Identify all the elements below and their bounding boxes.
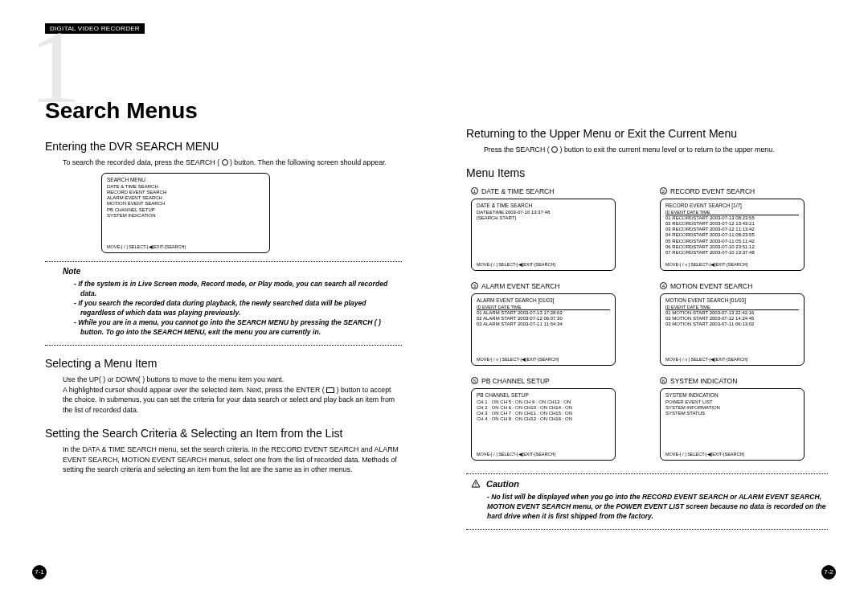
page-spread: DIGITAL VIDEO RECORDER 1 Search Menus En… [0,0,868,594]
selecting-body: Use the UP( ) or DOWN( ) buttons to move… [63,375,402,416]
page-number-right: 7-2 [821,565,836,580]
svg-point-1 [476,485,477,486]
screen-motion-event: MOTION EVENT SEARCH [01/03] ID EVENT DAT… [660,293,805,366]
screen-lines: DATE & TIME SEARCH RECORD EVENT SEARCH A… [107,184,264,219]
screen-system-indication: SYSTEM INDICATION POWER EVENT LIST SYSTE… [660,388,805,461]
cell-record-event: 2RECORD EVENT SEARCH RECORD EVENT SEARCH… [655,184,828,276]
section-setting-criteria: Setting the Search Criteria & Selecting … [45,427,402,440]
caution-body: - No list will be displayed when you go … [487,492,828,521]
num-4-icon: 4 [660,282,667,289]
entering-body: To search the recorded data, press the S… [63,158,402,168]
divider [466,529,828,530]
section-menu-items: Menu Items [466,166,828,179]
divider [466,473,828,474]
num-3-icon: 3 [471,282,478,289]
search-button-icon [551,146,558,153]
warning-icon [471,479,481,489]
chapter-title: Search Menus [45,98,402,124]
cell-alarm-event: 3ALARM EVENT SEARCH ALARM EVENT SEARCH [… [466,279,639,371]
caution-heading: Caution [471,479,828,489]
divider [45,345,402,346]
right-page: Returning to the Upper Menu or Exit the … [434,0,868,594]
num-5-icon: 5 [471,377,478,384]
cell-motion-event: 4MOTION EVENT SEARCH MOTION EVENT SEARCH… [655,279,828,371]
menu-items-grid: 1DATE & TIME SEARCH DATE & TIME SEARCH D… [466,184,828,465]
screen-alarm-event: ALARM EVENT SEARCH [01/03] ID EVENT DATE… [471,293,616,366]
enter-button-icon [326,387,334,393]
search-button-icon [222,159,228,166]
screen-search-menu: SEARCH MENU DATE & TIME SEARCH RECORD EV… [101,173,270,253]
left-page: DIGITAL VIDEO RECORDER 1 Search Menus En… [0,0,434,594]
txt: ) button. Then the following screen shou… [230,158,387,166]
criteria-body: In the DATA & TIME SEARCH menu, set the … [63,444,402,475]
screen-date-time: DATE & TIME SEARCH DATE&TIME 2003-07-10 … [471,199,616,271]
screen-record-event: RECORD EVENT SEARCH [1/7] ID EVENT DATE … [660,199,805,271]
num-6-icon: 6 [660,377,667,384]
num-2-icon: 2 [660,187,667,195]
screen-pb-channel: PB CHANNEL SETUP CH 1 : ON CH 5 : ON CH … [471,388,616,461]
divider [45,261,402,262]
cell-system-indication: 6SYSTEM INDICATON SYSTEM INDICATION POWE… [655,374,828,465]
screen-footer: MOVE-[ / ] SELECT-[◀]EXIT-[SEARCH] [107,244,264,249]
cell-pb-channel: 5PB CHANNEL SETUP PB CHANNEL SETUP CH 1 … [466,374,639,465]
note-heading: Note [63,267,402,276]
screen-title: SEARCH MENU [107,177,264,182]
section-selecting-item: Selecting a Menu Item [45,357,402,370]
section-returning-upper: Returning to the Upper Menu or Exit the … [466,127,828,140]
returning-body: Press the SEARCH ( ) button to exit the … [484,145,828,155]
num-1-icon: 1 [471,187,478,195]
cell-date-time: 1DATE & TIME SEARCH DATE & TIME SEARCH D… [466,184,639,276]
note-list: - If the system is in Live Screen mode, … [74,279,402,337]
page-number-left: 7-1 [32,565,47,580]
txt: To search the recorded data, press the S… [63,158,219,166]
section-entering-search: Entering the DVR SEARCH MENU [45,140,402,153]
